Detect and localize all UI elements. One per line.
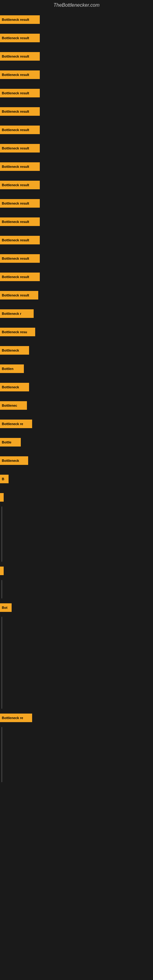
- bar-row: Bottleneck result: [0, 139, 153, 158]
- bar-label: Bottlen: [2, 367, 13, 371]
- result-bar[interactable]: Bottleneck result: [0, 126, 40, 134]
- bar-zero-indicator: [2, 543, 2, 562]
- bar-label: Bottleneck result: [2, 165, 29, 169]
- bar-row: Bottleneck result: [0, 10, 153, 29]
- result-bar[interactable]: Bottle: [0, 438, 21, 447]
- result-bar[interactable]: Bottleneck result: [0, 34, 40, 42]
- bar-zero-indicator: [2, 506, 2, 525]
- bar-row: [0, 488, 153, 506]
- bar-label: Bottleneck result: [2, 220, 29, 224]
- bar-zero-indicator: [2, 617, 2, 635]
- bar-label: Bottleneck re: [2, 716, 23, 720]
- bar-label: Bottleneck result: [2, 128, 29, 132]
- result-bar[interactable]: Bottleneck: [0, 456, 28, 465]
- result-bar[interactable]: Bottleneck result: [0, 199, 40, 208]
- result-bar[interactable]: Bottleneck result: [0, 70, 40, 79]
- result-bar[interactable]: Bottleneck result: [0, 218, 40, 226]
- result-bar[interactable]: Bottlenec: [0, 401, 27, 410]
- result-bar[interactable]: Bottleneck: [0, 346, 29, 355]
- bar-row: Bottleneck result: [0, 268, 153, 286]
- result-bar[interactable]: Bottleneck result: [0, 181, 40, 189]
- result-bar[interactable]: Bottleneck result: [0, 162, 40, 171]
- result-bar[interactable]: Bottleneck result: [0, 291, 38, 299]
- bar-label: Bottleneck result: [2, 183, 29, 187]
- bar-row: Bottleneck result: [0, 231, 153, 249]
- bar-row: [0, 654, 153, 672]
- result-bar[interactable]: Bottleneck result: [0, 272, 40, 281]
- bar-row: Bottleneck result: [0, 158, 153, 176]
- bar-row: Bottleneck result: [0, 286, 153, 304]
- bar-row: [0, 617, 153, 635]
- result-bar[interactable]: Bottleneck result: [0, 15, 40, 24]
- bar-row: Bottleneck r: [0, 304, 153, 323]
- bar-row: Bottleneck: [0, 452, 153, 470]
- bar-label: Bottleneck result: [2, 146, 29, 150]
- bar-row: [0, 562, 153, 580]
- bar-row: B: [0, 470, 153, 488]
- bar-row: Bottleneck result: [0, 84, 153, 102]
- bar-row: Bottleneck result: [0, 65, 153, 84]
- bar-label: Bottleneck: [2, 385, 19, 389]
- bar-label: Bottleneck re: [2, 422, 23, 426]
- bar-label: Bottleneck resu: [2, 330, 27, 334]
- bar-zero-indicator: [2, 525, 2, 543]
- bar-row: Bottleneck result: [0, 47, 153, 65]
- bar-label: Bottleneck result: [2, 18, 29, 21]
- result-bar[interactable]: Bottleneck result: [0, 254, 40, 263]
- bar-zero-indicator: [2, 635, 2, 654]
- bar-zero-indicator: [2, 727, 2, 745]
- bar-label: Bot: [2, 606, 7, 609]
- bar-row: Bottleneck result: [0, 213, 153, 231]
- bar-zero-indicator: [2, 690, 2, 709]
- bar-label: Bottleneck result: [2, 202, 29, 205]
- result-bar[interactable]: Bottleneck: [0, 383, 29, 391]
- bar-row: Bottleneck: [0, 378, 153, 396]
- result-bar[interactable]: Bottleneck result: [0, 107, 40, 116]
- bar-label: Bottleneck r: [2, 312, 21, 315]
- bar-row: Bottleneck re: [0, 709, 153, 727]
- bar-row: Bottle: [0, 433, 153, 452]
- bar-label: Bottlenec: [2, 404, 17, 407]
- site-title: TheBottlenecker.com: [0, 0, 153, 10]
- bar-label: Bottleneck: [2, 348, 19, 352]
- bar-row: [0, 506, 153, 525]
- bar-label: Bottleneck result: [2, 238, 29, 242]
- bar-label: Bottleneck result: [2, 110, 29, 113]
- bar-zero-indicator: [2, 764, 2, 782]
- result-bar[interactable]: [0, 493, 4, 502]
- result-bar[interactable]: Bottleneck resu: [0, 328, 35, 336]
- bar-row: Bottleneck result: [0, 29, 153, 47]
- result-bar[interactable]: B: [0, 475, 9, 483]
- bar-row: Bot: [0, 598, 153, 617]
- bar-zero-indicator: [2, 745, 2, 764]
- result-bar[interactable]: Bottlen: [0, 364, 24, 373]
- result-bar[interactable]: Bottleneck re: [0, 420, 32, 428]
- bar-label: B: [2, 477, 4, 481]
- bar-row: [0, 543, 153, 562]
- bar-label: Bottle: [2, 441, 11, 444]
- result-bar[interactable]: Bottleneck r: [0, 309, 33, 318]
- bar-label: Bottleneck result: [2, 293, 29, 297]
- bar-row: [0, 727, 153, 745]
- bar-zero-indicator: [2, 654, 2, 672]
- bar-row: Bottlenec: [0, 396, 153, 415]
- bar-row: [0, 580, 153, 598]
- bar-label: Bottleneck result: [2, 275, 29, 279]
- site-title-wrapper: TheBottlenecker.com: [0, 0, 153, 10]
- bar-zero-indicator: [2, 672, 2, 690]
- result-bar[interactable]: Bottleneck result: [0, 52, 40, 60]
- bar-row: [0, 745, 153, 764]
- bar-row: Bottleneck result: [0, 121, 153, 139]
- result-bar[interactable]: Bottleneck result: [0, 144, 40, 153]
- bar-row: Bottleneck result: [0, 176, 153, 194]
- bar-row: Bottleneck result: [0, 102, 153, 121]
- result-bar[interactable]: Bottleneck result: [0, 89, 40, 97]
- result-bar[interactable]: [0, 566, 4, 575]
- bars-container: Bottleneck resultBottleneck resultBottle…: [0, 10, 153, 782]
- bar-zero-indicator: [2, 580, 2, 598]
- bar-row: [0, 672, 153, 690]
- result-bar[interactable]: Bot: [0, 603, 12, 612]
- result-bar[interactable]: Bottleneck result: [0, 236, 40, 244]
- result-bar[interactable]: Bottleneck re: [0, 714, 32, 722]
- bar-label: Bottleneck: [2, 459, 19, 463]
